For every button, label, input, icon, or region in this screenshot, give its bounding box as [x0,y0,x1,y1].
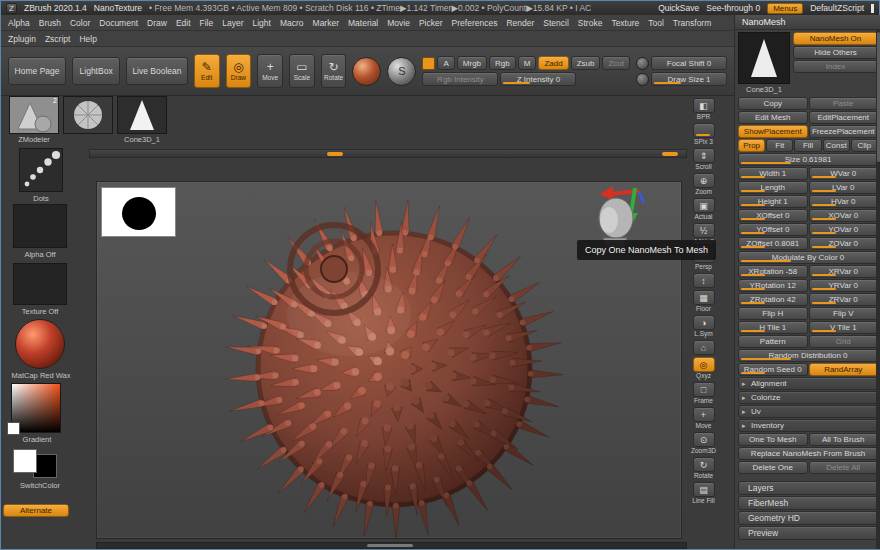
param-control-left[interactable]: Uv [738,405,878,418]
param-control-left[interactable]: Width 1 [738,167,808,180]
shelf-button[interactable]: ↻ Rotate [693,457,715,480]
shelf-button[interactable]: ▣ Actual [693,198,715,221]
fill-mode-button[interactable]: Fill [794,139,821,152]
home-page-button[interactable]: Home Page [8,57,66,85]
menu-item[interactable]: Zplugin [4,32,40,46]
shelf-button[interactable]: ↕ [693,273,715,288]
menu-item[interactable]: Render [502,16,538,30]
subpalette-header[interactable]: Preview [738,526,878,540]
param-control-right[interactable]: WVar 0 [809,167,879,180]
prop-mode-button[interactable]: Prop [738,139,765,152]
shelf-button[interactable]: ◑ L.Sym [693,315,715,338]
copy-button[interactable]: Copy [738,97,808,110]
param-control-right[interactable]: XOVar 0 [809,209,879,222]
menu-item[interactable]: Zscript [41,32,75,46]
menu-item[interactable]: Color [66,16,94,30]
param-control-left[interactable]: Length [738,181,808,194]
param-control-right[interactable]: XRVar 0 [809,265,879,278]
default-zscript-button[interactable]: DefaultZScript [810,3,864,13]
rgb-button[interactable]: Rgb [489,56,516,70]
param-control-left[interactable]: YOffset 0 [738,223,808,236]
menu-item[interactable]: Preferences [448,16,502,30]
param-control-right[interactable]: HVar 0 [809,195,879,208]
freeze-placement-button[interactable]: FreezePlacement [809,125,879,138]
param-control-right[interactable]: Flip V [809,307,879,320]
texture-selector[interactable] [13,263,67,305]
subpalette-header[interactable]: Geometry HD [738,511,878,525]
active-color-swatch[interactable] [422,57,435,70]
mrgb-button[interactable]: Mrgb [457,56,487,70]
menu-item[interactable]: Stroke [574,16,607,30]
menu-item[interactable]: Stencil [539,16,573,30]
param-control-left[interactable]: XOffset 0 [738,209,808,222]
material-selector[interactable] [15,319,65,369]
menu-item[interactable]: Alpha [4,16,34,30]
index-slider[interactable]: Index [793,60,878,73]
shelf-button[interactable]: □ Frame [693,382,715,405]
lightbox-button[interactable]: LightBox [72,57,120,85]
shelf-button[interactable]: ⊕ Zoom [693,173,715,196]
menu-item[interactable]: Texture [607,16,643,30]
param-control-left[interactable]: Colorize [738,391,878,404]
alternate-button[interactable]: Alternate [3,504,69,517]
param-control-left[interactable]: YRotation 12 [738,279,808,292]
sculptris-pro-sphere-icon[interactable] [352,57,381,86]
shelf-button[interactable]: ◧ BPR [693,98,715,121]
shelf-button[interactable]: ⌂ [693,340,715,355]
draw-size-slider[interactable]: Draw Size 1 [651,72,727,86]
move-button[interactable]: + Move [257,54,283,88]
nanomesh-thumbnail[interactable] [738,32,790,84]
const-mode-button[interactable]: Const [823,139,850,152]
menu-item[interactable]: Help [75,32,100,46]
zsub-button[interactable]: Zsub [571,56,601,70]
param-control-left[interactable]: One To Mesh [738,433,808,446]
fit-mode-button[interactable]: Fit [766,139,793,152]
menu-item[interactable]: Layer [218,16,247,30]
clip-mode-button[interactable]: Clip [851,139,878,152]
param-control-left[interactable]: Replace NanoMesh From Brush [738,447,878,460]
param-control-left[interactable]: Random Seed 0 [738,363,808,376]
shelf-button[interactable]: ⇕ Scroll [693,148,715,171]
primary-color-swatch[interactable] [13,449,37,473]
menu-item[interactable]: Picker [415,16,447,30]
tool-thumbnail-cone[interactable] [117,96,167,134]
param-control-left[interactable]: Modulate By Color 0 [738,251,878,264]
menu-item[interactable]: Edit [172,16,195,30]
menu-item[interactable]: Marker [309,16,343,30]
param-control-left[interactable]: H Tile 1 [738,321,808,334]
param-control-right[interactable]: Delete All [809,461,879,474]
zcut-button[interactable]: Zcut [602,56,630,70]
menus-toggle-button[interactable]: Menus [767,3,803,14]
divider-handle[interactable] [662,152,678,156]
subpalette-header[interactable]: Layers [738,481,878,495]
rgb-intensity-slider[interactable]: Rgb Intensity [422,72,498,86]
nanomesh-on-button[interactable]: NanoMesh On [793,32,878,45]
menu-item[interactable]: Transform [669,16,715,30]
tool-thumbnail-polysphere[interactable] [63,96,113,134]
param-control-right[interactable]: LVar 0 [809,181,879,194]
scrollbar-handle[interactable] [367,544,413,547]
shelf-button[interactable]: ▦ Floor [693,290,715,313]
shelf-button[interactable]: + Move [693,407,715,430]
draw-button[interactable]: ◎ Draw [226,54,252,88]
see-through-slider[interactable]: See-through 0 [706,3,760,13]
subpalette-header[interactable]: FiberMesh [738,496,878,510]
param-control-left[interactable]: Size 0.61981 [738,153,878,166]
param-control-right[interactable]: ZRVar 0 [809,293,879,306]
show-placement-button[interactable]: ShowPlacement [738,125,808,138]
menu-item[interactable]: Material [344,16,382,30]
live-boolean-button[interactable]: Live Boolean [126,57,188,85]
divider-handle[interactable] [327,152,343,156]
param-control-left[interactable]: ZOffset 0.8081 [738,237,808,250]
current-color-swatch[interactable] [7,422,20,435]
param-control-left[interactable]: XRotation -58 [738,265,808,278]
menu-item[interactable]: Movie [383,16,414,30]
zadd-button[interactable]: Zadd [538,56,568,70]
paste-button[interactable]: Paste [809,97,879,110]
param-control-right[interactable]: YRVar 0 [809,279,879,292]
scale-button[interactable]: ▭ Scale [289,54,315,88]
param-control-left[interactable]: Inventory [738,419,878,432]
param-control-left[interactable]: Delete One [738,461,808,474]
shelf-button[interactable]: SPix 3 [693,123,715,146]
param-control-right[interactable]: V Tile 1 [809,321,879,334]
